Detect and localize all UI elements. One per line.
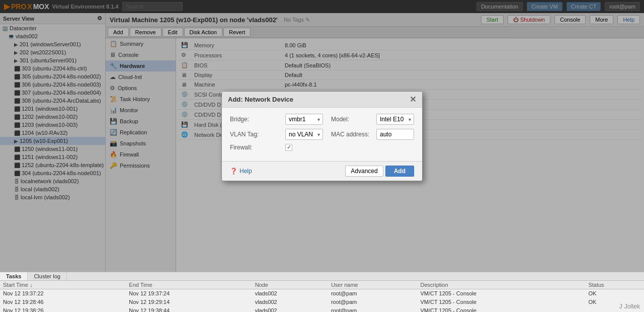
bottom-panel: Tasks Cluster log Start Time ↓End TimeNo… <box>0 272 644 312</box>
model-control: Intel E1000 VirtIO <box>376 114 414 125</box>
column-header[interactable]: Description <box>418 281 586 289</box>
firewall-label: Firewall: <box>230 144 285 151</box>
end-time: Nov 12 19:38:44 <box>126 306 252 313</box>
modal-footer: ❓ Help Advanced Add <box>222 161 422 181</box>
bottom-tabs: Tasks Cluster log <box>0 272 644 281</box>
help-circle-icon: ❓ <box>230 168 237 175</box>
model-select[interactable]: Intel E1000 VirtIO <box>376 114 414 125</box>
user-name: root@pam <box>328 298 418 306</box>
modal-overlay: Add: Network Device ✕ Bridge: vmbr1 vmbr… <box>0 0 644 272</box>
modal-title: Add: Network Device <box>228 96 293 103</box>
modal-close-button[interactable]: ✕ <box>410 95 416 104</box>
bridge-row: Bridge: vmbr1 vmbr0 Model: Intel E1000 <box>230 114 414 125</box>
bridge-label: Bridge: <box>230 116 285 123</box>
firewall-row: Firewall: <box>230 144 414 151</box>
node-name: vlads002 <box>252 298 328 306</box>
end-time: Nov 12 19:29:14 <box>126 298 252 306</box>
add-network-device-modal: Add: Network Device ✕ Bridge: vmbr1 vmbr… <box>221 91 423 181</box>
modal-help-button[interactable]: ❓ Help <box>230 168 252 175</box>
advanced-button[interactable]: Advanced <box>345 166 383 177</box>
node-name: vlads002 <box>252 289 328 298</box>
tasks-table: Start Time ↓End TimeNodeUser nameDescrip… <box>0 281 644 312</box>
table-row: Nov 12 19:38:26 Nov 12 19:38:44 vlads002… <box>0 306 644 313</box>
table-row: Nov 12 19:28:46 Nov 12 19:29:14 vlads002… <box>0 298 644 306</box>
column-header[interactable]: End Time <box>126 281 252 289</box>
user-name: root@pam <box>328 306 418 313</box>
node-name: vlads002 <box>252 306 328 313</box>
column-header[interactable]: Status <box>585 281 644 289</box>
user-name: root@pam <box>328 289 418 298</box>
bridge-select[interactable]: vmbr1 vmbr0 <box>285 114 323 125</box>
model-label: Model: <box>331 116 376 123</box>
description: VM/CT 1205 - Console <box>418 289 586 298</box>
start-time: Nov 12 19:37:22 <box>0 289 126 298</box>
firewall-checkbox[interactable] <box>285 144 292 151</box>
vlan-control: no VLAN <box>285 129 323 140</box>
status: OK <box>585 289 644 298</box>
table-row: Nov 12 19:37:22 Nov 12 19:37:24 vlads002… <box>0 289 644 298</box>
modal-body: Bridge: vmbr1 vmbr0 Model: Intel E1000 <box>222 108 422 161</box>
vlan-label: VLAN Tag: <box>230 131 285 138</box>
mac-input[interactable]: auto <box>376 129 414 140</box>
start-time: Nov 12 19:28:46 <box>0 298 126 306</box>
column-header[interactable]: Node <box>252 281 328 289</box>
bridge-control: vmbr1 vmbr0 <box>285 114 323 125</box>
modal-add-button[interactable]: Add <box>385 166 414 177</box>
joltek-badge: J Joltek <box>619 303 640 310</box>
column-header[interactable]: Start Time ↓ <box>0 281 126 289</box>
end-time: Nov 12 19:37:24 <box>126 289 252 298</box>
mac-control: auto <box>376 129 414 140</box>
vlan-row: VLAN Tag: no VLAN MAC address: auto <box>230 129 414 140</box>
cluster-log-tab[interactable]: Cluster log <box>28 272 67 280</box>
column-header[interactable]: User name <box>328 281 418 289</box>
tasks-tab[interactable]: Tasks <box>0 272 28 280</box>
start-time: Nov 12 19:38:26 <box>0 306 126 313</box>
firewall-control <box>285 144 414 151</box>
description: VM/CT 1205 - Console <box>418 306 586 313</box>
modal-header: Add: Network Device ✕ <box>222 92 422 108</box>
description: VM/CT 1205 - Console <box>418 298 586 306</box>
mac-label: MAC address: <box>331 131 376 138</box>
vlan-select[interactable]: no VLAN <box>285 129 323 140</box>
